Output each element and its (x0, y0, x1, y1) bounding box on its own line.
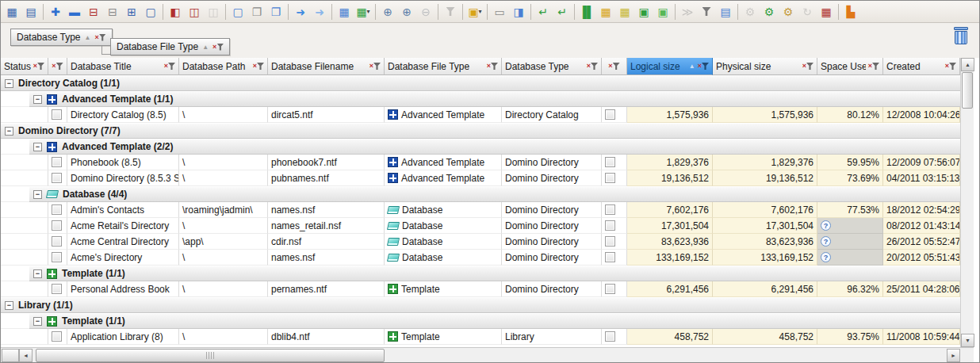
folder-config-icon[interactable]: ⚙ (779, 2, 798, 21)
vertical-scroll-track[interactable] (961, 109, 974, 334)
filter-icon[interactable]: × (802, 63, 813, 70)
freeze-left-column-icon[interactable]: ◧ (166, 2, 185, 21)
select-region-icon[interactable]: ▢ (228, 2, 247, 21)
copy-icon[interactable]: ❐ (247, 2, 266, 21)
checkbox[interactable] (52, 157, 62, 167)
checkbox[interactable] (605, 284, 615, 294)
collapse-icon[interactable]: − (33, 143, 42, 151)
table-row[interactable]: Acme Central Directory\app\cdir.nsfDatab… (1, 234, 960, 250)
filter-icon[interactable]: × (868, 63, 879, 70)
collapse-icon[interactable]: − (5, 301, 13, 310)
collapse-icon[interactable]: − (33, 317, 42, 326)
org-chart-icon[interactable]: ▣ (634, 2, 653, 21)
unknown-value-icon[interactable]: ? (821, 236, 831, 246)
scroll-left-button[interactable]: ◄ (19, 349, 33, 362)
sort-asc-icon[interactable]: ▲ (202, 44, 209, 51)
checkbox[interactable] (605, 220, 615, 231)
filter-icon[interactable]: × (33, 63, 44, 70)
group-row[interactable]: −Template (1/1) (1, 266, 960, 281)
collapse-icon[interactable]: − (33, 269, 42, 278)
filter-icon[interactable]: × (94, 34, 105, 41)
table-row[interactable]: Phonebook (8.5)\phonebook7.ntfAdvanced T… (1, 155, 960, 170)
checkbox[interactable] (605, 236, 615, 246)
row-outline-icon[interactable]: ▭ (490, 2, 509, 21)
filter-icon[interactable]: × (945, 63, 956, 70)
column-header-title[interactable]: Database Title× (67, 58, 179, 75)
group-chip-database-type[interactable]: Database Type ▲ × (10, 29, 113, 46)
filter-icon[interactable]: × (369, 63, 381, 70)
vertical-scrollbar[interactable]: ▲ ▼ (960, 58, 974, 347)
dashboard-icon[interactable]: ▙ (841, 2, 860, 21)
collapse-level-icon[interactable]: ⊟ (84, 2, 103, 21)
column-header-created[interactable]: Created× (883, 58, 960, 75)
pivot-grid-icon[interactable]: ▦ (596, 2, 615, 21)
filter-eye-icon[interactable] (697, 2, 716, 21)
collapse-icon[interactable]: − (5, 79, 13, 88)
zoom-text-icon[interactable]: ⊕ (397, 2, 416, 21)
expand-hierarchy-icon[interactable]: ⊞ (122, 2, 141, 21)
table-row[interactable]: Application Library (8)\dblib4.ntfTempla… (1, 329, 960, 345)
grid-properties-icon[interactable]: ▤ (21, 2, 40, 21)
table-row[interactable]: Personal Address Book\pernames.ntfTempla… (1, 281, 960, 297)
scrollbar-splitter-box[interactable] (2, 349, 19, 362)
org-chart-green-icon[interactable]: ▣ (653, 2, 672, 21)
scroll-up-button[interactable]: ▲ (961, 58, 974, 71)
sort-asc-icon[interactable]: ▲ (85, 34, 91, 41)
category-grid-icon[interactable]: ▦ (615, 2, 634, 21)
checkbox[interactable] (605, 173, 615, 183)
select-hierarchy-icon[interactable]: ▢ (141, 2, 160, 21)
new-category-icon[interactable]: ▣▾ (465, 2, 484, 21)
column-header-logical[interactable]: Logical size▲× (627, 58, 713, 75)
apply-config-icon[interactable]: ⚙ (760, 2, 779, 21)
checkbox[interactable] (605, 331, 615, 342)
copy-special-icon[interactable]: ❐ (266, 2, 285, 21)
dropdown-caret-icon[interactable]: ▾ (479, 8, 482, 15)
scroll-right-button[interactable]: ► (947, 349, 960, 362)
column-header-space[interactable]: Space Used× (817, 58, 883, 75)
filter-icon[interactable]: × (698, 63, 709, 70)
column-header-filetype[interactable]: Database File Type× (385, 58, 502, 75)
filter-icon[interactable]: × (212, 44, 224, 51)
collapse-icon[interactable]: − (5, 127, 13, 136)
unknown-value-icon[interactable]: ? (821, 220, 831, 231)
group-row[interactable]: −Database (4/4) (1, 186, 960, 202)
group-row[interactable]: −Advanced Template (2/2) (1, 139, 960, 155)
horizontal-scrollbar[interactable]: ◄ ► (1, 347, 960, 362)
checkbox[interactable] (52, 236, 62, 246)
load-selection-icon[interactable]: ↵ (553, 2, 572, 21)
vertical-scroll-thumb[interactable] (962, 72, 973, 109)
trash-icon[interactable] (953, 27, 969, 46)
checkbox[interactable] (605, 109, 615, 120)
row-blue-icon[interactable]: ▤ (716, 2, 735, 21)
remove-icon[interactable]: ▬ (65, 2, 84, 21)
checkbox[interactable] (52, 109, 62, 120)
column-header-path[interactable]: Database Path× (179, 58, 268, 75)
group-row[interactable]: −Advanced Template (1/1) (1, 91, 960, 107)
calendar-note-icon[interactable]: ▦ (817, 2, 836, 21)
filter-icon[interactable]: × (487, 63, 498, 70)
filter-icon[interactable]: × (253, 63, 264, 70)
checkbox[interactable] (605, 157, 615, 167)
collapse-all-icon[interactable]: ⊟ (103, 2, 122, 21)
column-header-select[interactable]: × (48, 58, 67, 75)
table-row[interactable]: Acme Retail's Directory\names_retail.nsf… (1, 218, 960, 234)
group-chip-database-file-type[interactable]: Database File Type ▲ × (110, 38, 230, 55)
grid-check-icon[interactable]: ▦▾ (354, 2, 373, 21)
group-row[interactable]: −Library (1/1) (1, 297, 960, 313)
freeze-center-column-icon[interactable]: ◫ (185, 2, 204, 21)
horizontal-scroll-thumb[interactable] (36, 349, 385, 362)
checkbox[interactable] (52, 331, 62, 342)
checkbox[interactable] (605, 252, 615, 262)
collapse-icon[interactable]: − (33, 95, 42, 104)
filter-icon[interactable]: × (52, 63, 63, 70)
group-row[interactable]: −Domino Directory (7/7) (1, 123, 960, 139)
bar-chart-icon[interactable]: ▐▌ (577, 2, 596, 21)
grid-blue-icon[interactable]: ▦ (335, 2, 354, 21)
row-focus-icon[interactable]: ◨ (509, 2, 528, 21)
checkbox[interactable] (52, 284, 62, 294)
checkbox[interactable] (52, 173, 62, 183)
checkbox[interactable] (52, 220, 62, 231)
table-row[interactable]: Directory Catalog (8.5)\dircat5.ntfAdvan… (1, 107, 960, 123)
table-row[interactable]: Acme's Directory\names.nsfDatabaseDomino… (1, 250, 960, 266)
column-header-status[interactable]: Status× (1, 58, 48, 75)
